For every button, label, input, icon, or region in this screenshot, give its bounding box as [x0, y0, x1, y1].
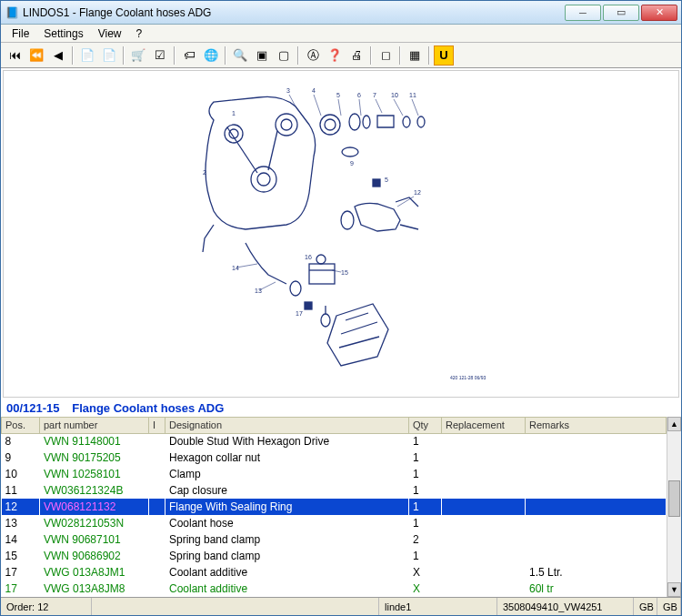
parts-panel: Pos.part numberIDesignationQtyReplacemen… [1, 417, 681, 598]
table-row[interactable]: 17VWG 013A8JM1Coolant additiveX1.5 Ltr. [2, 564, 667, 581]
svg-text:3: 3 [286, 87, 290, 94]
svg-text:14: 14 [232, 265, 239, 271]
svg-line-39 [314, 95, 321, 116]
svg-text:9: 9 [350, 160, 354, 167]
section-code: 00/121-15 [6, 401, 60, 415]
table-row[interactable]: 17VWG 013A8JM8Coolant additiveX60l tr [2, 581, 667, 597]
parts-table[interactable]: Pos.part numberIDesignationQtyReplacemen… [1, 417, 667, 598]
svg-point-8 [349, 114, 360, 130]
table-row[interactable]: 10VWN 10258101Clamp1 [2, 466, 667, 482]
status-lang1: GB [634, 598, 657, 615]
svg-line-44 [412, 99, 418, 116]
svg-text:15: 15 [341, 269, 348, 276]
rewind-icon[interactable]: ⏪ [26, 45, 46, 66]
maximize-button[interactable]: ▭ [603, 5, 639, 21]
table-row[interactable]: 13VW028121053NCoolant hose1 [2, 515, 667, 531]
col-header[interactable]: Remarks [526, 417, 667, 433]
svg-point-2 [276, 114, 297, 136]
table-row[interactable]: 8VWN 91148001Double Stud With Hexagon Dr… [2, 433, 667, 449]
svg-text:10: 10 [391, 92, 398, 98]
svg-text:5: 5 [336, 92, 340, 98]
svg-point-10 [403, 116, 410, 127]
svg-point-19 [321, 314, 330, 327]
minimize-button[interactable]: ─ [565, 5, 601, 21]
status-doc: 3508049410_VW4251 [497, 598, 634, 615]
scroll-down-icon[interactable]: ▼ [667, 582, 681, 597]
check-icon[interactable]: ☑ [150, 45, 170, 66]
scroll-thumb[interactable] [668, 480, 680, 517]
status-order: Order: 12 [1, 598, 92, 615]
svg-point-4 [251, 167, 276, 192]
section-name: Flange Coolant hoses ADG [72, 401, 224, 415]
svg-text:12: 12 [414, 189, 421, 196]
table-row[interactable]: 11VW036121324BCap closure1 [2, 482, 667, 499]
u-icon[interactable]: U [434, 45, 454, 66]
svg-text:420  121-28  06/93: 420 121-28 06/93 [450, 375, 486, 380]
svg-point-6 [320, 115, 340, 135]
col-header[interactable]: Qty [409, 417, 442, 433]
menu-file[interactable]: File [5, 25, 36, 42]
q-icon[interactable]: ❓ [325, 45, 345, 66]
svg-line-42 [376, 99, 382, 113]
table-row[interactable]: 14VWN 90687101Spring band clamp2 [2, 531, 667, 548]
col-header[interactable]: part number [40, 417, 149, 433]
statusbar: Order: 12 linde1 3508049410_VW4251 GB GB [1, 597, 681, 615]
doc-left-icon[interactable]: 📄 [77, 45, 97, 66]
box1-icon[interactable]: ▣ [252, 45, 272, 66]
svg-rect-18 [305, 302, 312, 309]
a-icon[interactable]: Ⓐ [303, 45, 323, 66]
doc-right-icon[interactable]: 📄 [99, 45, 119, 66]
close-button[interactable]: ✕ [641, 5, 677, 21]
titlebar[interactable]: 📘 LINDOS1 - Flange Coolant hoses ADG ─ ▭… [1, 1, 681, 25]
flag-icon[interactable]: ▦ [405, 45, 425, 66]
svg-point-14 [341, 211, 354, 229]
back-icon[interactable]: ◀ [48, 45, 68, 66]
svg-text:2: 2 [203, 169, 206, 176]
table-row[interactable]: 12VW068121132Flange With Sealing Ring1 [2, 499, 667, 515]
status-spacer [92, 598, 379, 615]
svg-text:13: 13 [255, 288, 262, 294]
print-icon[interactable]: 🖨 [346, 45, 366, 66]
col-header[interactable]: Designation [165, 417, 409, 433]
diagram-pane[interactable]: 345 6710 1112 9512 141316 1517 420 121-2… [3, 70, 679, 398]
svg-line-48 [332, 270, 341, 272]
cart-icon[interactable]: 🛒 [128, 45, 148, 66]
menu-help[interactable]: ? [129, 25, 150, 42]
app-window: 📘 LINDOS1 - Flange Coolant hoses ADG ─ ▭… [0, 0, 682, 616]
table-row[interactable]: 15VWN 90686902Spring band clamp1 [2, 548, 667, 564]
svg-line-43 [394, 99, 403, 116]
svg-text:7: 7 [373, 92, 376, 98]
app-icon: 📘 [5, 5, 19, 20]
svg-point-7 [325, 119, 336, 130]
col-header[interactable]: Pos. [2, 417, 40, 433]
svg-point-17 [316, 255, 326, 264]
toolbar: ⏮⏪◀📄📄🛒☑🏷🌐🔍▣▢Ⓐ❓🖨◻▦U [1, 43, 681, 68]
svg-point-12 [342, 147, 358, 157]
svg-text:5: 5 [385, 177, 388, 183]
svg-text:17: 17 [296, 310, 303, 317]
svg-text:6: 6 [357, 92, 361, 98]
svg-text:11: 11 [409, 92, 416, 98]
status-user: linde1 [379, 598, 497, 615]
parts-scrollbar[interactable]: ▲ ▼ [667, 417, 681, 598]
svg-point-9 [363, 116, 370, 128]
col-header[interactable]: I [149, 417, 165, 433]
svg-point-3 [281, 119, 292, 130]
svg-rect-13 [373, 179, 380, 187]
zoom-icon[interactable]: 🔍 [230, 45, 250, 66]
scroll-up-icon[interactable]: ▲ [667, 417, 681, 431]
svg-point-11 [417, 116, 425, 127]
first-icon[interactable]: ⏮ [5, 45, 25, 66]
globe-icon[interactable]: 🌐 [201, 45, 221, 66]
parts-diagram: 345 6710 1112 9512 141316 1517 420 121-2… [159, 84, 523, 384]
window-title: LINDOS1 - Flange Coolant hoses ADG [23, 6, 563, 19]
svg-line-47 [259, 282, 276, 290]
box2-icon[interactable]: ▢ [274, 45, 294, 66]
table-row[interactable]: 9VWN 90175205Hexagon collar nut1 [2, 449, 667, 466]
tag-icon[interactable]: 🏷 [179, 45, 199, 66]
menu-settings[interactable]: Settings [36, 25, 90, 42]
col-header[interactable]: Replacement [442, 417, 526, 433]
menubar: File Settings View ? [1, 25, 681, 43]
square-icon[interactable]: ◻ [376, 45, 396, 66]
menu-view[interactable]: View [91, 25, 129, 42]
